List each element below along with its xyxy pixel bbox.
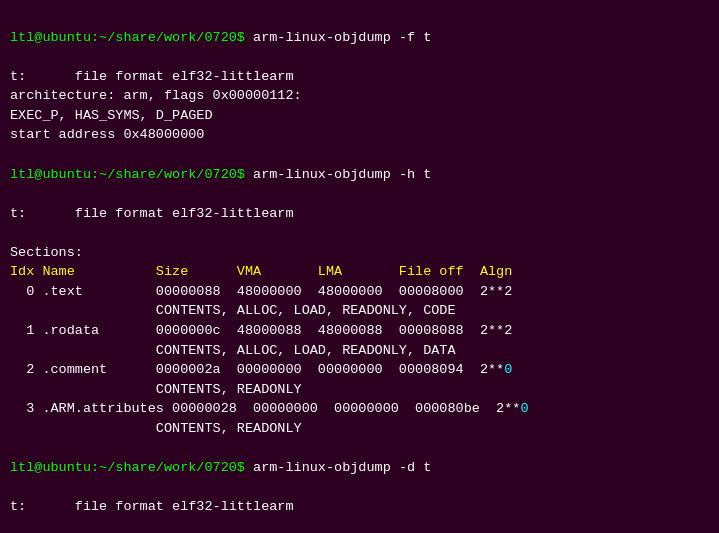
section-comment-algn: 0 <box>504 362 512 377</box>
section-comment: 2 .comment 0000002a 00000000 00000000 00… <box>10 362 504 377</box>
prompt-2: ltl@ubuntu:~/share/work/0720$ <box>10 167 245 182</box>
section-comment-flags: CONTENTS, READONLY <box>10 382 302 397</box>
sections-columns: Idx Name Size VMA LMA File off Algn <box>10 264 512 279</box>
output-arch: architecture: arm, flags 0x00000112: <box>10 88 302 103</box>
output-format-1: t: file format elf32-littlearm <box>10 69 294 84</box>
section-arm-algn: 0 <box>520 401 528 416</box>
section-text: 0 .text 00000088 48000000 48000000 00008… <box>10 284 512 299</box>
section-rodata-flags: CONTENTS, ALLOC, LOAD, READONLY, DATA <box>10 343 456 358</box>
terminal-content: ltl@ubuntu:~/share/work/0720$ arm-linux-… <box>10 28 709 533</box>
output-format-2: t: file format elf32-littlearm <box>10 206 294 221</box>
section-arm-flags: CONTENTS, READONLY <box>10 421 302 436</box>
prompt-1: ltl@ubuntu:~/share/work/0720$ <box>10 30 245 45</box>
terminal-window: ltl@ubuntu:~/share/work/0720$ arm-linux-… <box>0 0 719 533</box>
cmd-1: arm-linux-objdump -f t <box>245 30 431 45</box>
section-rodata: 1 .rodata 0000000c 48000088 48000088 000… <box>10 323 512 338</box>
cmd-2: arm-linux-objdump -h t <box>245 167 431 182</box>
output-start: start address 0x48000000 <box>10 127 204 142</box>
output-format-3: t: file format elf32-littlearm <box>10 499 294 514</box>
section-arm-attrs: 3 .ARM.attributes 00000028 00000000 0000… <box>10 401 520 416</box>
sections-header: Sections: <box>10 245 83 260</box>
prompt-3: ltl@ubuntu:~/share/work/0720$ <box>10 460 245 475</box>
output-flags: EXEC_P, HAS_SYMS, D_PAGED <box>10 108 213 123</box>
section-text-flags: CONTENTS, ALLOC, LOAD, READONLY, CODE <box>10 303 456 318</box>
cmd-3: arm-linux-objdump -d t <box>245 460 431 475</box>
